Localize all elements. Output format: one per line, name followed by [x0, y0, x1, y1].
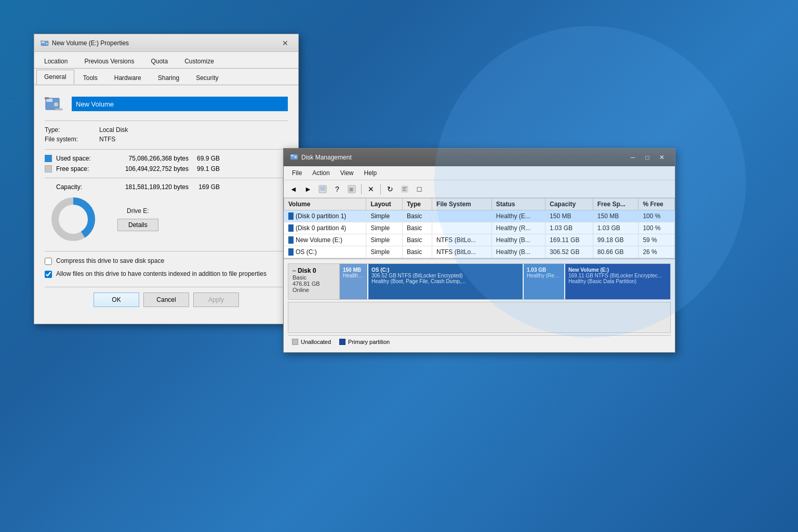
toolbar-up-button[interactable] — [316, 183, 329, 195]
disk-mgmt-controls: ─ □ ✕ — [626, 152, 669, 163]
ok-button[interactable]: OK — [94, 292, 139, 307]
tab-security[interactable]: Security — [188, 71, 226, 85]
svg-rect-1 — [42, 42, 45, 43]
legend-primary-color — [339, 339, 345, 345]
volume-header — [45, 94, 288, 114]
apply-button[interactable]: Apply — [193, 292, 239, 307]
vol-type-cell: Basic — [402, 246, 432, 258]
used-space-row: Used space: 75,086,266,368 bytes 69.9 GB — [45, 155, 288, 162]
table-row[interactable]: (Disk 0 partition 1)SimpleBasicHealthy (… — [284, 210, 675, 222]
free-space-gb: 99.1 GB — [189, 165, 220, 172]
disk-mgmt-title: Disk Management — [301, 154, 352, 161]
disk-mgmt-minimize-button[interactable]: ─ — [626, 152, 640, 163]
svg-rect-15 — [320, 187, 325, 191]
toolbar-forward-button[interactable]: ► — [301, 183, 315, 195]
partition-efi[interactable]: 150 MB Healthy (EFI S... — [340, 264, 368, 299]
partition-recovery[interactable]: 1.03 GB Healthy (Recovery P... — [524, 264, 565, 299]
disk-mgmt-menubar: File Action View Help — [284, 166, 675, 180]
toolbar-new-button[interactable]: □ — [413, 183, 426, 195]
type-label: Type: — [45, 126, 99, 134]
tab-location[interactable]: Location — [36, 54, 75, 68]
table-row[interactable]: (Disk 0 partition 4)SimpleBasicHealthy (… — [284, 222, 675, 234]
tab-tools[interactable]: Tools — [75, 71, 105, 85]
vol-capacity-cell: 169.11 GB — [546, 234, 593, 246]
vol-status-cell: Healthy (E... — [491, 210, 545, 222]
capacity-label: Capacity: — [56, 183, 103, 191]
menu-file[interactable]: File — [287, 167, 307, 179]
toolbar-refresh-button[interactable]: ↻ — [383, 183, 397, 195]
disk-mgmt-icon — [290, 153, 298, 163]
vol-type-cell: Basic — [402, 222, 432, 234]
disk0-type: Basic — [292, 274, 335, 281]
vol-type-cell: Basic — [402, 234, 432, 246]
legend-unallocated-color — [292, 339, 298, 345]
recovery-size: 1.03 GB — [527, 267, 561, 273]
legend-unallocated-label: Unallocated — [301, 339, 331, 345]
svg-rect-19 — [403, 187, 407, 188]
toolbar-back-button[interactable]: ◄ — [287, 183, 300, 195]
disk-mgmt-close-button[interactable]: ✕ — [655, 152, 669, 163]
vol-filesystem-cell — [432, 210, 492, 222]
volume-name-input[interactable] — [72, 97, 288, 111]
tab-strip-row1: Location Previous Versions Quota Customi… — [34, 52, 298, 69]
os-label: OS (C:) — [371, 267, 520, 273]
compress-checkbox[interactable] — [45, 258, 52, 265]
index-checkbox[interactable] — [45, 271, 52, 278]
menu-action[interactable]: Action — [307, 167, 335, 179]
drive-titlebar-icon — [41, 39, 49, 47]
col-pct-free: % Free — [639, 198, 675, 210]
properties-close-button[interactable]: ✕ — [278, 38, 292, 48]
toolbar-search-button[interactable]: ⊞ — [345, 183, 358, 195]
disk-mgmt-maximize-button[interactable]: □ — [641, 152, 654, 163]
tab-general[interactable]: General — [36, 70, 74, 85]
newvol-label: New Volume (E:) — [568, 267, 667, 273]
toolbar-sep-1 — [361, 184, 362, 194]
legend-unallocated: Unallocated — [292, 339, 331, 345]
tab-customize[interactable]: Customize — [177, 54, 222, 68]
disk0-name: ━ Disk 0 — [292, 267, 335, 274]
disk0-row: ━ Disk 0 Basic 476.81 GB Online 150 MB H… — [288, 263, 671, 300]
tab-hardware[interactable]: Hardware — [107, 71, 149, 85]
tab-previous-versions[interactable]: Previous Versions — [76, 54, 142, 68]
menu-help[interactable]: Help — [359, 167, 382, 179]
svg-rect-7 — [45, 97, 49, 99]
os-detail: Healthy (Boot, Page File, Crash Dump,... — [371, 278, 520, 284]
table-row[interactable]: New Volume (E:)SimpleBasicNTFS (BitLo...… — [284, 234, 675, 246]
capacity-color-spacer — [45, 183, 52, 191]
toolbar-properties-button[interactable] — [398, 183, 411, 195]
volume-table: Volume Layout Type File System Status Ca… — [284, 198, 675, 258]
tab-strip-row2: General Tools Hardware Sharing Security — [34, 69, 298, 85]
svg-rect-8 — [55, 109, 62, 110]
menu-view[interactable]: View — [335, 167, 359, 179]
table-row[interactable]: OS (C:)SimpleBasicNTFS (BitLo...Healthy … — [284, 246, 675, 258]
index-label: Allow files on this drive to have conten… — [56, 270, 267, 278]
vol-layout-cell: Simple — [366, 210, 403, 222]
vol-name-cell: (Disk 0 partition 1) — [284, 210, 366, 222]
properties-title: New Volume (E:) Properties — [52, 39, 129, 47]
vol-status-cell: Healthy (B... — [491, 246, 545, 258]
partition-newvol[interactable]: New Volume (E:) 169.11 GB NTFS (BitLocke… — [565, 264, 670, 299]
col-capacity: Capacity — [546, 198, 593, 210]
properties-titlebar: New Volume (E:) Properties ✕ — [34, 34, 298, 52]
used-space-color — [45, 155, 52, 162]
partition-os[interactable]: OS (C:) 306.52 GB NTFS (BitLocker Encryp… — [368, 264, 524, 299]
tab-quota[interactable]: Quota — [143, 54, 176, 68]
vol-pct_free-cell: 100 % — [639, 222, 675, 234]
toolbar-delete-button[interactable]: ✕ — [364, 183, 378, 195]
svg-rect-12 — [291, 155, 294, 156]
tab-sharing[interactable]: Sharing — [150, 71, 187, 85]
drive-letter-label: Drive E: — [127, 207, 149, 215]
unallocated-space — [288, 302, 671, 333]
cancel-button[interactable]: Cancel — [143, 292, 189, 307]
vol-pct_free-cell: 26 % — [639, 246, 675, 258]
vol-free-cell: 1.03 GB — [593, 222, 639, 234]
disk-legend: Unallocated Primary partition — [288, 335, 671, 348]
toolbar-help-button[interactable]: ? — [330, 183, 344, 195]
details-button[interactable]: Details — [117, 219, 158, 231]
free-space-label: Free space: — [56, 165, 103, 172]
newvol-detail: Healthy (Basic Data Partition) — [568, 278, 667, 284]
vol-capacity-cell: 150 MB — [546, 210, 593, 222]
used-space-bytes: 75,086,266,368 bytes — [103, 155, 189, 162]
disk0-info: ━ Disk 0 Basic 476.81 GB Online — [288, 263, 340, 300]
vol-filesystem-cell — [432, 222, 492, 234]
